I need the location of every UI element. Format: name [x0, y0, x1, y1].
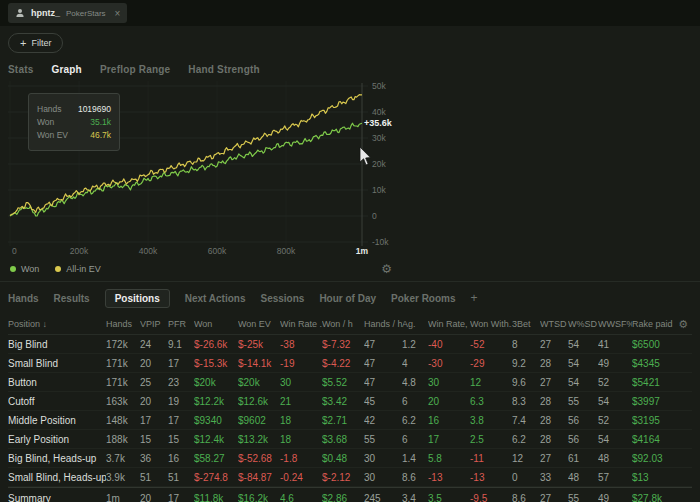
column-header-wwsf[interactable]: WWSF% — [598, 319, 632, 329]
stat-cell: 6.3 — [470, 396, 512, 407]
position-name: Big Blind — [8, 339, 106, 350]
tab-graph[interactable]: Graph — [51, 64, 81, 75]
column-header-win-rate[interactable]: Win Rate, ... — [428, 319, 470, 329]
column-header-won-with[interactable]: Won With... — [470, 319, 512, 329]
tab-next-actions[interactable]: Next Actions — [185, 289, 246, 308]
column-header-won-ev[interactable]: Won EV — [238, 319, 280, 329]
stat-cell: 20 — [140, 493, 168, 502]
stat-cell: 54 — [598, 396, 632, 407]
tab-preflop-range[interactable]: Preflop Range — [100, 64, 170, 75]
stat-cell: 163k — [106, 396, 140, 407]
column-header-hands-h[interactable]: Hands / h — [364, 319, 402, 329]
tooltip-value: 35.1k — [90, 117, 111, 127]
stat-cell: 6.2 — [512, 434, 540, 445]
top-bar: hpntz_ PokerStars × — [0, 0, 700, 26]
legend-label: All-in EV — [66, 264, 101, 274]
legend-won: Won — [10, 264, 39, 274]
table-row[interactable]: Small Blind, Heads-up3.9k5151$-274.8$-84… — [8, 468, 692, 487]
graph-area[interactable]: 50k40k30k20k10k0-10k0200k400k600k800k1m+… — [8, 81, 408, 259]
position-name: Big Blind, Heads-up — [8, 453, 106, 464]
column-header-vpip[interactable]: VPIP — [140, 319, 168, 329]
table-row[interactable]: Small Blind171k2017$-15.3k$-14.1k-19$-4.… — [8, 354, 692, 373]
x-tick-label: 200k — [70, 246, 89, 256]
table-row[interactable]: Middle Position148k1717$9340$960218$2.71… — [8, 411, 692, 430]
table-settings-gear-icon[interactable]: ⚙ — [678, 318, 692, 331]
stat-cell: $16.2k — [238, 493, 280, 502]
stat-cell: $13 — [632, 472, 676, 483]
stat-cell: 28 — [540, 358, 568, 369]
column-header-pfr[interactable]: PFR — [168, 319, 194, 329]
stat-cell: 20 — [140, 396, 168, 407]
tooltip-label: Won — [37, 117, 54, 127]
stat-cell: 47 — [364, 339, 402, 350]
tab-hand-strength[interactable]: Hand Strength — [188, 64, 260, 75]
tab-poker-rooms[interactable]: Poker Rooms — [391, 289, 455, 308]
stat-cell: 6 — [402, 396, 428, 407]
stat-cell: 52 — [598, 415, 632, 426]
tab-hour-of-day[interactable]: Hour of Day — [319, 289, 376, 308]
stat-cell: 27 — [540, 339, 568, 350]
table-row[interactable]: Cutoff163k2019$12.2k$12.6k21$3.42456206.… — [8, 392, 692, 411]
column-header-w-sd[interactable]: W%SD — [568, 319, 598, 329]
stat-cell: 57 — [598, 472, 632, 483]
tab-results[interactable]: Results — [54, 289, 90, 308]
tooltip-row: Won35.1k — [37, 117, 111, 127]
stat-cell: $27.8k — [632, 493, 676, 502]
column-header-rake-paid[interactable]: Rake paid — [632, 319, 676, 329]
table-row[interactable]: Big Blind, Heads-up3.7k3616$58.27$-52.68… — [8, 449, 692, 468]
tab-sessions[interactable]: Sessions — [260, 289, 304, 308]
column-header-won-h[interactable]: Won / h — [322, 319, 364, 329]
position-name: Middle Position — [8, 415, 106, 426]
stat-cell: 23 — [168, 377, 194, 388]
column-header-won[interactable]: Won — [194, 319, 238, 329]
stat-cell: 17 — [168, 415, 194, 426]
stat-cell: 49 — [598, 358, 632, 369]
stat-cell: 5.8 — [428, 453, 470, 464]
stat-cell: 1.4 — [402, 453, 428, 464]
main-tabs: StatsGraphPreflop RangeHand Strength — [0, 56, 700, 81]
stat-cell: $5.52 — [322, 377, 364, 388]
column-header-hands[interactable]: Hands — [106, 319, 140, 329]
tab-hands[interactable]: Hands — [8, 289, 39, 308]
stat-cell: 0 — [512, 472, 540, 483]
stat-cell: 17 — [168, 493, 194, 502]
column-header-3bet[interactable]: 3Bet — [512, 319, 540, 329]
stat-cell: $-52.68 — [238, 453, 280, 464]
player-chip[interactable]: hpntz_ PokerStars × — [8, 3, 127, 23]
stat-cell: $0.48 — [322, 453, 364, 464]
stat-cell: 20 — [140, 358, 168, 369]
y-tick-label: 10k — [372, 185, 386, 195]
column-header-position[interactable]: Position ↓ — [8, 319, 106, 329]
tooltip-label: Won EV — [37, 130, 68, 140]
legend-label: Won — [21, 264, 39, 274]
stat-cell: $11.8k — [194, 493, 238, 502]
table-row[interactable]: Button171k2523$20k$20k30$5.52474.830129.… — [8, 373, 692, 392]
stat-cell: 48 — [598, 453, 632, 464]
column-header-ag[interactable]: Ag. — [402, 319, 428, 329]
tab-stats[interactable]: Stats — [8, 64, 33, 75]
table-row[interactable]: Big Blind172k249.1$-26.6k$-25k-38$-7.324… — [8, 335, 692, 354]
close-icon[interactable]: × — [115, 8, 121, 19]
add-tab-button[interactable]: + — [471, 287, 478, 309]
filter-button[interactable]: + Filter — [8, 33, 63, 53]
stat-cell: $-7.32 — [322, 339, 364, 350]
stat-cell: -40 — [428, 339, 470, 350]
x-current-label: 1m — [356, 246, 369, 256]
tab-positions[interactable]: Positions — [105, 289, 170, 308]
stat-cell: -0.24 — [280, 472, 322, 483]
y-tick-label: 40k — [372, 107, 386, 117]
column-header-wtsd[interactable]: WTSD — [540, 319, 568, 329]
graph-settings-gear-icon[interactable]: ⚙ — [381, 263, 392, 275]
stat-cell: -11 — [470, 453, 512, 464]
column-header-win-rate[interactable]: Win Rate ... — [280, 319, 322, 329]
stat-cell: 18 — [280, 415, 322, 426]
position-name: Cutoff — [8, 396, 106, 407]
stat-cell: 36 — [140, 453, 168, 464]
stat-cell: $3.68 — [322, 434, 364, 445]
table-row-summary[interactable]: Summary1m2017$11.8k$16.2k4.6$2.862453.43… — [8, 487, 692, 502]
stat-cell: 9.2 — [512, 358, 540, 369]
table-row[interactable]: Early Position188k1515$12.4k$13.2k18$3.6… — [8, 430, 692, 449]
stat-cell: -19 — [280, 358, 322, 369]
stat-cell: 28 — [540, 415, 568, 426]
stat-cell: $20k — [238, 377, 280, 388]
